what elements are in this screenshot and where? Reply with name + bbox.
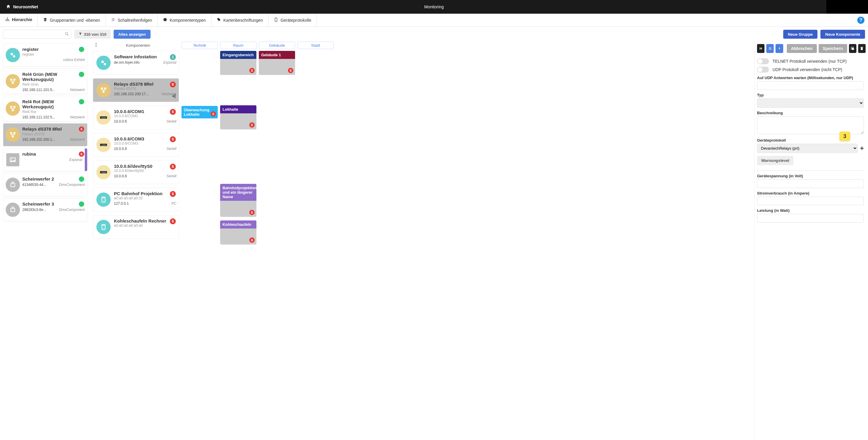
component-card[interactable]: >I/O 10.0.0.6/COM1 10.0.0.6/COM1 10.0.0.… [93, 105, 179, 129]
select-protocol[interactable]: DevantechRelays (prt) [757, 144, 858, 153]
component-title: 10.0.0.6/COM1 [114, 109, 176, 114]
add-protocol-button[interactable]: + [860, 145, 864, 152]
component-address: 10.0.0.6 [114, 119, 127, 123]
tab-card-labels[interactable]: Kartenbeschriftungen [212, 14, 269, 27]
run-button[interactable] [775, 44, 783, 53]
delete-button[interactable] [858, 44, 866, 53]
toggle-udp[interactable] [757, 67, 769, 72]
svg-point-5 [10, 53, 13, 55]
component-tag: Seriell [166, 119, 176, 123]
component-card[interactable]: Kohleschaufeln Rechner a0:a0:a0:a0:a0:a0… [93, 215, 179, 239]
svg-rect-37 [852, 48, 854, 50]
column-header-city[interactable]: Stadt [298, 42, 334, 49]
component-title: 10.0.0.6//dev/ttyS0 [114, 164, 176, 169]
status-dot [79, 99, 84, 104]
inspector-toolbar: Abbrechen Speichern [757, 44, 866, 53]
tile[interactable]: Lokhalle 6 [220, 105, 256, 129]
tile[interactable]: Eingangsbereich 6 [220, 51, 256, 75]
component-card[interactable]: Software Infostation de.nrn.foyer.infoEx… [93, 51, 179, 75]
new-component-button[interactable]: Neue Komponente [820, 30, 865, 39]
svg-rect-11 [13, 106, 15, 107]
tab-switch-orders[interactable]: Schaltreihenfolgen [105, 14, 158, 27]
component-card[interactable]: >I/O 10.0.0.6/COM3 10.0.0.6/COM3 10.0.0.… [93, 133, 179, 157]
input-udp-wait[interactable] [757, 81, 864, 90]
component-card[interactable]: >I/O 10.0.0.6//dev/ttyS0 10.0.0.6//dev/t… [93, 160, 179, 184]
tile-badge: 6 [249, 238, 255, 243]
column-header-technik[interactable]: Technik [182, 42, 218, 49]
sidebar-item[interactable]: register register rubina Exhibit [3, 43, 88, 67]
brand[interactable]: NeuroomNet [6, 4, 38, 10]
components-column: Software Infostation de.nrn.foyer.infoEx… [93, 49, 179, 440]
sidebar-item[interactable]: Rel4 Rot (MEW Werkzeugquiz) Rel4 Rot 192… [3, 96, 88, 121]
component-title: Relays dS378 8Rel [114, 82, 176, 87]
item-address: 192.168.102.200:1... [22, 137, 55, 142]
sidebar-item[interactable]: rubina Exponat 6 [3, 148, 88, 171]
sidebar-item[interactable]: Scheinwerfer 3 288283c3-8e...DmxComponen… [3, 198, 88, 221]
svg-point-4 [65, 32, 68, 35]
status-badge: 6 [79, 126, 84, 132]
collapse-button[interactable] [757, 44, 765, 53]
room-column: Eingangsbereich 6Lokhalle 6Bahnhofprojek… [220, 49, 256, 440]
tile[interactable]: Bahnhofprojektion und ein längerer Name … [220, 184, 256, 217]
input-current[interactable] [757, 197, 864, 205]
topbar-right-slot [826, 0, 868, 14]
input-voltage[interactable] [757, 179, 864, 188]
component-subtitle: Relays dS378 [114, 87, 176, 91]
select-type[interactable] [757, 98, 864, 108]
cancel-button[interactable]: Abbrechen [787, 44, 817, 53]
sidebar-item[interactable]: Scheinwerfer 2 41346530-44...DmxComponen… [3, 173, 88, 196]
svg-rect-8 [13, 78, 15, 80]
filter-count-button[interactable]: 310 von 310 [74, 30, 111, 39]
menu-lines-button[interactable] [766, 44, 774, 53]
tab-device-logs[interactable]: Geräteprotokolle [269, 14, 317, 27]
item-subtitle: Rel4 Grün [22, 83, 85, 87]
new-group-button[interactable]: Neue Gruppe [783, 30, 818, 39]
svg-point-36 [103, 228, 104, 228]
search-wrapper [3, 30, 71, 39]
technik-column: Überwachung Lokhalle 6 [182, 49, 218, 440]
tile[interactable]: Überwachung Lokhalle 6 [182, 106, 218, 118]
city-column [298, 49, 334, 440]
copy-button[interactable] [849, 44, 857, 53]
tile-badge: 6 [288, 68, 293, 73]
tags-icon [217, 18, 221, 23]
help-button[interactable]: ? [857, 17, 864, 24]
sidebar-item[interactable]: Rel4 Grün (MEW Werkzeugquiz) Rel4 Grün 1… [3, 68, 88, 94]
component-tag: Exponat [163, 60, 176, 65]
component-card[interactable]: Relays dS378 8Rel Relays dS378 192.168.1… [93, 78, 179, 102]
tab-bar: Hierarchie Gruppenarten und -ebenen Scha… [0, 14, 868, 27]
warning-level-button[interactable]: Warnungslevel [757, 156, 793, 165]
input-power[interactable] [757, 214, 864, 223]
column-header-building[interactable]: Gebäude [259, 42, 295, 49]
login-icon[interactable] [172, 94, 176, 99]
tab-group-kinds[interactable]: Gruppenarten und -ebenen [38, 14, 105, 27]
canvas: Komponenten Technik Raum Gebäude Stadt S… [90, 42, 868, 440]
component-card[interactable]: PC Bahnhof Projektion a0:a0:a0:a0:a0:32 … [93, 188, 179, 212]
item-subtitle: Relays dS378 [22, 132, 85, 136]
layers-icon [43, 18, 47, 23]
column-header-room[interactable]: Raum [220, 42, 256, 49]
toggle-telnet[interactable] [757, 58, 769, 64]
label-type: Typ [757, 93, 864, 97]
search-input[interactable] [3, 30, 71, 39]
component-icon [93, 215, 114, 239]
component-tag: Seriell [166, 174, 176, 178]
component-address: 127.0.0.1 [114, 201, 129, 206]
expand-all-icon[interactable] [94, 43, 98, 48]
tile-badge: 6 [249, 210, 255, 215]
item-icon [3, 44, 22, 66]
tab-hierarchy[interactable]: Hierarchie [0, 14, 38, 27]
item-tag: rubina Exhibit [63, 58, 85, 62]
tab-component-types[interactable]: Komponententypen [158, 14, 211, 27]
svg-rect-0 [7, 18, 8, 18]
save-button[interactable]: Speichern [818, 44, 847, 53]
search-icon[interactable] [65, 32, 69, 37]
tile[interactable]: Kohleschaufeln 6 [220, 220, 256, 245]
sidebar-item[interactable]: Relays dS378 8Rel Relays dS378 192.168.1… [3, 123, 88, 146]
item-title: Relays dS378 8Rel [22, 126, 85, 131]
show-all-button[interactable]: Alles anzeigen [114, 30, 151, 39]
item-tag: DmxComponent [59, 183, 85, 187]
column-body: Software Infostation de.nrn.foyer.infoEx… [90, 49, 754, 440]
label-udp-wait: Auf UDP Antworten warten (Millisekunden,… [757, 75, 864, 80]
tile[interactable]: Gebäude 1 6 [259, 51, 295, 75]
